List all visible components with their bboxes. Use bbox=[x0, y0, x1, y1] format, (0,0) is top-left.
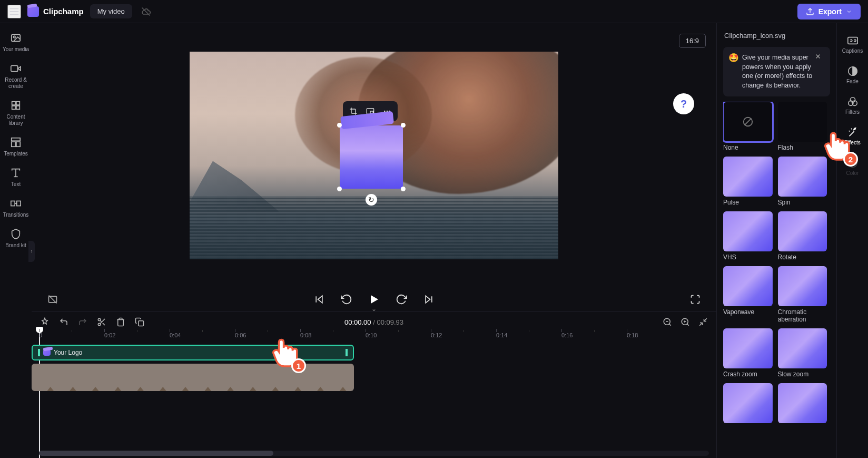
clip-thumbnail-icon bbox=[43, 349, 51, 356]
effect-item-rotate[interactable]: Rotate bbox=[778, 211, 827, 261]
effect-item-pulse[interactable]: Pulse bbox=[723, 157, 773, 206]
effect-item-more[interactable] bbox=[723, 383, 773, 425]
resize-handle-bl[interactable] bbox=[337, 187, 342, 191]
effect-thumbnail bbox=[778, 383, 827, 423]
resize-handle-tl[interactable] bbox=[337, 123, 342, 128]
effect-item-vhs[interactable]: VHS bbox=[723, 211, 773, 261]
effect-item-more[interactable] bbox=[778, 383, 827, 425]
delete-button[interactable] bbox=[115, 316, 126, 328]
media-icon bbox=[9, 32, 22, 44]
logo-clip[interactable]: Your Logo bbox=[32, 345, 354, 360]
chevron-down-icon bbox=[846, 8, 852, 15]
effect-item-spin[interactable]: Spin bbox=[778, 157, 827, 206]
svg-rect-14 bbox=[12, 142, 15, 147]
selected-overlay-object[interactable]: ↻ bbox=[340, 125, 403, 189]
right-nav-filters[interactable]: Filters bbox=[837, 92, 868, 119]
sidebar-item-content-library[interactable]: Content library bbox=[0, 95, 32, 131]
timeline-scrollbar[interactable] bbox=[39, 451, 709, 456]
app-name: Clipchamp bbox=[43, 7, 84, 16]
zoom-out-button[interactable] bbox=[662, 316, 673, 328]
duplicate-button[interactable] bbox=[134, 316, 145, 328]
skip-forward-button[interactable] bbox=[421, 292, 436, 307]
right-nav-color[interactable]: Color bbox=[837, 153, 868, 180]
effect-item-none[interactable]: None bbox=[723, 102, 773, 151]
right-nav-fade[interactable]: Fade bbox=[837, 61, 868, 89]
svg-line-36 bbox=[100, 320, 102, 322]
sidebar-item-brand-kit[interactable]: Brand kit bbox=[0, 223, 32, 253]
effect-item-crash-zoom[interactable]: Crash zoom bbox=[723, 328, 773, 378]
timeline-toolbar: 00:00.00 / 00:09.93 bbox=[32, 312, 716, 332]
svg-line-42 bbox=[687, 324, 688, 325]
clip-grip-right[interactable] bbox=[346, 349, 348, 356]
timeline-tracks[interactable]: Your Logo 1 bbox=[32, 345, 716, 458]
export-button[interactable]: Export bbox=[797, 4, 861, 20]
sidebar-item-transitions[interactable]: Transitions bbox=[0, 193, 32, 222]
timeline-ruler[interactable]: 00:020:040:060:080:100:120:140:160:18 bbox=[39, 332, 716, 345]
effects-wand-icon bbox=[847, 126, 859, 138]
effect-item-flash[interactable]: Flash bbox=[778, 102, 827, 151]
filters-icon bbox=[847, 96, 859, 108]
resize-handle-tr[interactable] bbox=[401, 123, 406, 128]
upload-icon bbox=[806, 7, 814, 16]
effect-item-slow-zoom[interactable]: Slow zoom bbox=[778, 328, 827, 378]
sidebar-item-text[interactable]: Text bbox=[0, 162, 32, 192]
resize-handle-br[interactable] bbox=[401, 187, 406, 191]
clip-label: Your Logo bbox=[54, 349, 82, 356]
effect-label: Chromatic aberration bbox=[778, 308, 827, 323]
right-nav-effects[interactable]: Effects 2 bbox=[837, 122, 868, 150]
effect-item-chromatic-aberration[interactable]: Chromatic aberration bbox=[778, 266, 827, 323]
seek-forward-button[interactable] bbox=[394, 292, 409, 307]
brand-kit-icon bbox=[9, 228, 22, 240]
svg-marker-8 bbox=[18, 66, 21, 70]
zoom-in-button[interactable] bbox=[679, 316, 691, 328]
svg-rect-9 bbox=[12, 102, 15, 105]
clip-grip-left[interactable] bbox=[38, 349, 40, 356]
svg-marker-30 bbox=[426, 296, 430, 303]
cloud-sync-off-icon[interactable] bbox=[141, 6, 151, 17]
star-struck-emoji-icon: 🤩 bbox=[728, 52, 739, 64]
ruler-tick: 0:08 bbox=[300, 332, 311, 338]
clipchamp-logo-icon bbox=[27, 6, 39, 17]
auto-button[interactable] bbox=[39, 316, 51, 328]
zoom-fit-button[interactable] bbox=[697, 316, 709, 328]
effect-label: Slow zoom bbox=[778, 371, 827, 378]
effect-thumbnail bbox=[723, 157, 773, 197]
collapse-panel-caret[interactable]: › bbox=[716, 241, 717, 257]
transport-more-caret[interactable]: ⌄ bbox=[371, 305, 377, 313]
ruler-tick: 0:16 bbox=[561, 332, 573, 338]
split-button[interactable] bbox=[96, 316, 107, 328]
app-logo[interactable]: Clipchamp bbox=[27, 6, 84, 17]
redo-button[interactable] bbox=[77, 316, 88, 328]
left-sidebar: Your media Record & create Content libra… bbox=[0, 23, 32, 458]
effect-label: Pulse bbox=[723, 199, 773, 206]
video-canvas[interactable]: ↻ bbox=[190, 52, 558, 259]
sidebar-item-templates[interactable]: Templates bbox=[0, 132, 32, 161]
color-icon bbox=[847, 157, 859, 169]
help-button[interactable]: ? bbox=[673, 93, 694, 114]
skip-back-button[interactable] bbox=[312, 292, 327, 307]
play-button[interactable] bbox=[367, 292, 381, 307]
svg-rect-19 bbox=[17, 201, 21, 206]
undo-button[interactable] bbox=[58, 316, 70, 328]
effect-item-vaporwave[interactable]: Vaporwave bbox=[723, 266, 773, 323]
close-tip-button[interactable] bbox=[814, 50, 827, 63]
effect-thumbnail bbox=[723, 211, 773, 251]
effect-label: Crash zoom bbox=[723, 371, 773, 378]
svg-line-45 bbox=[704, 318, 707, 321]
fullscreen-button[interactable] bbox=[688, 292, 703, 307]
effect-thumbnail bbox=[723, 266, 773, 306]
rotate-handle[interactable]: ↻ bbox=[366, 194, 377, 206]
video-name-button[interactable]: My video bbox=[90, 4, 132, 18]
tip-text: Give your media super powers when you ap… bbox=[729, 53, 814, 90]
video-clip[interactable] bbox=[32, 364, 354, 391]
right-nav-captions[interactable]: Captions bbox=[837, 31, 868, 58]
sidebar-item-record-create[interactable]: Record & create bbox=[0, 58, 32, 94]
hamburger-menu-button[interactable] bbox=[7, 5, 21, 18]
no-watermark-icon[interactable] bbox=[45, 292, 60, 307]
templates-icon bbox=[9, 136, 22, 149]
seek-back-button[interactable] bbox=[339, 292, 354, 307]
captions-icon bbox=[847, 35, 859, 46]
right-sidebar: Captions Fade Filters Effects 2 Color bbox=[836, 23, 868, 458]
aspect-ratio-badge[interactable]: 16:9 bbox=[679, 34, 706, 48]
sidebar-item-your-media[interactable]: Your media bbox=[0, 27, 32, 57]
